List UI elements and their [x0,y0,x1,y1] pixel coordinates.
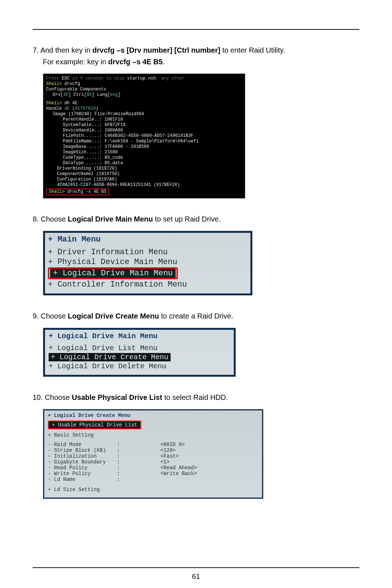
menu4-v4: <Read Ahead> [160,465,197,471]
top-rule [33,29,359,30]
menu4-v3: <1> [160,459,197,465]
step-10-bold: Usable Physical Drive List [72,393,162,401]
step-9: 9. Choose Logical Drive Create Menu to c… [33,310,359,322]
menu2-item-driver-info: + Driver Information Menu [48,248,248,257]
sh1-l3e: ] Lang[ [92,92,110,97]
sh1-l4a: Shell> [46,101,64,106]
sh1-l11: PdbFileName...: F:\edk104 - Sample\Platf… [46,139,242,144]
sh1-l7: ParentHandle..: 1001F18 [46,117,242,122]
menu4-c3: : [117,459,160,465]
sh1-l0a: Press [46,76,62,81]
menu4-c5: : [117,471,160,477]
step-8-bold: Logical Drive Main Menu [68,215,153,223]
menu4-k3: - Gigabyte Boundary [48,459,117,465]
sh1-l1b: drvcfg [64,81,80,86]
sh1-l10: FilePath......: C468B382-4550-4909-AD57-… [46,133,242,139]
bottom-rule [33,567,359,568]
menu2-highlight-box: + Logical Drive Main Menu [48,267,178,279]
sh1-l0d: startup.nsh [127,76,156,81]
sh1-l9: DeviceHandle..: 1008A98 [46,128,242,133]
sh1-l8: SystemTable...: 6FB72F18 [46,122,242,128]
menu2-item-controller-info: + Controller Information Menu [48,280,248,289]
page-number: 61 [33,572,359,581]
step-7: 7. And then key in drvcfg –s [Drv number… [33,44,359,68]
sh1-l3a: Drv[ [53,92,63,97]
step-8-text-a: 8. Choose [33,215,68,223]
sh1-l0b: ESC [62,76,70,81]
step-10: 10. Choose Usable Physical Drive List to… [33,392,359,403]
sh1-l3b: 4E [63,92,68,97]
table-row: - Read Policy:<Read Ahead> [48,465,197,471]
step-7-text-a: 7. And then key in [33,46,93,54]
step-9-text-a: 9. Choose [33,312,68,320]
sh1-l5b: 4E [64,106,69,111]
menu4-k1: - Stripe Block (KB) [48,447,117,453]
sh1-l14: CodeType......: BS_code [46,155,242,161]
menu4-k5: - Write Policy [48,471,117,477]
menu4-k0: - Raid Mode [48,442,117,447]
sh1-command-highlight: Shell> drvcfg -s 4E B5 [46,188,109,195]
sh1-l2: Configurable Components [46,87,242,92]
step-8-text-b: to set up Raid Drive. [153,215,221,223]
menu4-c1: : [117,447,160,453]
sh1-l0c: in 4 seconds to skip [70,76,127,81]
menu4-basic-setting: + Basic Setting [48,432,258,438]
step-9-bold: Logical Drive Create Menu [68,312,159,320]
sh1-l5a: Handle [46,106,64,111]
sh1-l0e: , any other [156,76,184,81]
menu2-title: + Main Menu [48,235,248,244]
table-row: - Ld Name: [48,477,197,482]
menu3-item-delete: + Logical Drive Delete Menu [49,362,230,370]
sh1-l3g: ] [118,92,121,97]
sh1-l1a: Shell> [46,81,64,86]
sh1-l3c: ] Ctrl[ [68,92,86,97]
sh1-l16: DriverBinding (1819720) [46,166,242,171]
sh1-l20a: Shell> [49,189,67,194]
menu3-item-list: + Logical Drive List Menu [49,344,230,352]
sh1-l19: 4C8A2451-C207-405B-9694-99EA13251341 (01… [46,182,242,188]
menu3-item-create: + Logical Drive Create Menu [49,353,171,361]
sh1-l13: ImageSize.....: 21580 [46,150,242,155]
step-7-bold-1: drvcfg –s [Drv number] [Ctrl number] [93,46,220,54]
menu4-ld-size: + Ld Size Setting [48,487,258,492]
sh1-l3d: B5 [87,92,92,97]
menu4-c4: : [117,465,160,471]
sh1-l5d: 01797018 [75,106,96,111]
menu4-v6 [160,477,197,482]
screenshot-ld-main-menu: + Logical Drive Main Menu + Logical Driv… [43,328,236,377]
menu4-k2: - Initialization [48,453,117,459]
sh1-l18: Configuration (18197A8) [46,177,242,182]
sh1-l15: DataType......: BS_data [46,161,242,166]
table-row: - Write Policy:<Write Back> [48,471,197,477]
menu4-k6: - Ld Name [48,477,117,482]
step-9-text-b: to create a Raid Drive. [159,312,233,320]
sh1-l5e: ) [96,106,98,111]
sh1-l20b: drvcfg -s 4E B5 [67,189,106,194]
menu4-k4: - Read Policy [48,465,117,471]
menu4-title: + Logical Drive Create Menu [48,413,258,418]
menu4-highlight-box: + Usable Physical Drive List [48,421,141,429]
menu3-title: + Logical Drive Main Menu [49,332,230,340]
sh1-l6: Image (178B240) File:PromiseRaidX64 [46,111,242,117]
step-7-text-b: to enter Raid Utility. [220,46,285,54]
step-10-text-a: 10. Choose [33,393,72,401]
menu4-c0: : [117,442,160,447]
menu4-v1: <128> [160,447,197,453]
screenshot-main-menu: + Main Menu + Driver Information Menu + … [43,231,253,296]
table-row: - Stripe Block (KB):<128> [48,447,197,453]
menu4-usable-physical: + Usable Physical Drive List [49,422,140,428]
menu4-v5: <Write Back> [160,471,197,477]
sh1-l12: ImageBase.....: 17FA000 - 181B580 [46,144,242,150]
menu2-item-physical-device: + Physical Device Main Menu [48,257,248,267]
step-7-text-d: . [163,58,165,66]
sh1-l5c: ( [70,106,75,111]
menu4-c2: : [117,453,160,459]
table-row: - Initialization:<Fast> [48,453,197,459]
screenshot-shell: Press ESC in 4 seconds to skip startup.n… [43,73,245,199]
menu2-item-logical-drive: + Logical Drive Main Menu [50,269,176,278]
screenshot-ld-create-menu: + Logical Drive Create Menu + Usable Phy… [43,409,264,499]
step-7-bold-2: drvcfg –s 4E B5 [108,58,163,66]
step-7-text-c: For example: key in [43,58,108,66]
table-row: - Raid Mode:<RAID 0> [48,442,197,447]
menu4-v0: <RAID 0> [160,442,197,447]
